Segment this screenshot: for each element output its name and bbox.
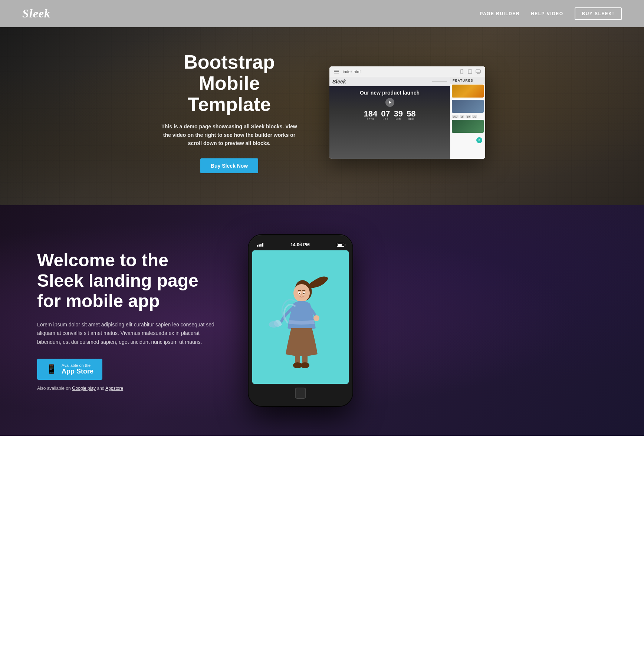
- sidebar-num-3: 19: [466, 115, 471, 118]
- sidebar-num-2: 08: [460, 115, 465, 118]
- phone-mockup: 14:06 PM: [249, 235, 352, 406]
- sidebar-item-2: [450, 99, 485, 114]
- hero-title: Bootstrap Mobile Template: [159, 52, 300, 115]
- battery-fill: [338, 244, 342, 246]
- timer-minutes-value: 39: [394, 110, 403, 118]
- appstore-link[interactable]: Appstore: [105, 386, 123, 391]
- svg-point-15: [303, 293, 305, 294]
- phone-signal-icon: [257, 243, 263, 247]
- nav-help-video[interactable]: HELP VIDEO: [531, 11, 563, 16]
- preview-nav-line: [432, 81, 447, 82]
- phone-icon: 📱: [46, 364, 57, 374]
- phone-screen: [252, 250, 349, 384]
- sidebar-close-button[interactable]: ×: [476, 137, 482, 143]
- browser-sidebar: FEATURES 100 08 19 10: [450, 77, 485, 159]
- browser-mockup: index.html: [329, 66, 485, 159]
- and-label: and: [97, 386, 105, 391]
- logo: Sleek: [22, 7, 50, 20]
- preview-header: Sleek: [329, 77, 450, 86]
- timer-minutes: 39 MIN: [394, 110, 403, 120]
- hero-section: Bootstrap Mobile Template This is a demo…: [0, 27, 644, 205]
- app-store-button[interactable]: 📱 Available on the App Store: [37, 359, 102, 380]
- preview-body: Our new product launch 184 DAYS: [329, 86, 450, 124]
- svg-point-20: [300, 362, 309, 368]
- timer-seconds-value: 58: [407, 110, 415, 118]
- desktop-view-icon[interactable]: [476, 70, 481, 73]
- app-section: Welcome to the Sleek landing page for mo…: [0, 205, 644, 436]
- svg-point-1: [461, 73, 462, 73]
- buy-sleek-now-button[interactable]: Buy Sleek Now: [200, 158, 258, 173]
- app-store-text: Available on the App Store: [62, 363, 93, 375]
- phone-bottom-bar: [252, 384, 349, 400]
- sidebar-thumb-3: [452, 120, 484, 133]
- app-description: Lorem ipsum dolor sit amet adipiscing el…: [37, 320, 215, 347]
- preview-play-button[interactable]: [385, 98, 394, 107]
- battery-outline: [337, 243, 344, 247]
- sidebar-item-1: [450, 84, 485, 99]
- sidebar-num-4: 10: [472, 115, 477, 118]
- mobile-view-icon[interactable]: [459, 70, 464, 73]
- hero-subtitle: This is a demo page showcasing all Sleek…: [159, 122, 300, 147]
- timer-days-value: 184: [364, 110, 377, 118]
- sidebar-header: FEATURES: [450, 77, 485, 84]
- nav-page-builder[interactable]: PAGE BUILDER: [480, 11, 520, 16]
- phone-camera: [299, 241, 302, 244]
- preview-countdown-timer: 184 DAYS 07 HRS 39 MIN: [333, 110, 446, 120]
- svg-point-3: [470, 73, 470, 73]
- preview-product-title: Our new product launch: [333, 90, 446, 96]
- timer-minutes-label: MIN: [394, 118, 403, 120]
- sidebar-thumb-1: [452, 85, 484, 98]
- svg-point-16: [313, 315, 319, 321]
- phone-battery-icon: [337, 243, 344, 247]
- svg-point-11: [293, 284, 310, 302]
- app-store-large-text: App Store: [62, 368, 93, 375]
- timer-hours: 07 HRS: [381, 110, 390, 120]
- sidebar-item-3: [450, 119, 485, 134]
- app-title: Welcome to the Sleek landing page for mo…: [37, 250, 215, 312]
- nav-links: PAGE BUILDER HELP VIDEO BUY SLEEK!: [480, 7, 622, 20]
- hero-content: Bootstrap Mobile Template This is a demo…: [0, 27, 644, 205]
- svg-point-14: [299, 293, 300, 294]
- timer-seconds: 58 SEC: [407, 110, 415, 120]
- phone-home-button[interactable]: [295, 388, 306, 399]
- google-play-link[interactable]: Google play: [72, 386, 96, 391]
- phone-container: 14:06 PM: [237, 235, 364, 406]
- browser-inner: Sleek Our new product launch 184: [329, 77, 485, 159]
- app-also-available: Also available on Google play and Appsto…: [37, 386, 215, 391]
- character-illustration: [263, 265, 338, 369]
- tablet-view-icon[interactable]: [467, 70, 473, 73]
- timer-hours-label: HRS: [381, 118, 390, 120]
- svg-marker-8: [389, 101, 391, 104]
- browser-bar: index.html: [329, 66, 485, 77]
- app-left: Welcome to the Sleek landing page for mo…: [37, 250, 215, 391]
- sidebar-thumb-2: [452, 100, 484, 113]
- also-available-label: Also available on: [37, 386, 72, 391]
- sidebar-numbers: 100 08 19 10: [450, 114, 485, 119]
- svg-rect-4: [476, 70, 480, 73]
- preview-logo: Sleek: [332, 79, 346, 85]
- timer-hours-value: 07: [381, 110, 390, 118]
- sidebar-num-1: 100: [452, 115, 459, 118]
- browser-device-icons: [459, 70, 481, 73]
- browser-preview: Sleek Our new product launch 184: [329, 77, 450, 159]
- hero-left: Bootstrap Mobile Template This is a demo…: [159, 52, 300, 174]
- nav-buy-sleek-button[interactable]: BUY SLEEK!: [575, 7, 622, 20]
- timer-days: 184 DAYS: [364, 110, 377, 120]
- navbar: Sleek PAGE BUILDER HELP VIDEO BUY SLEEK!: [0, 0, 644, 27]
- timer-seconds-label: SEC: [407, 118, 415, 120]
- browser-menu-icon[interactable]: [334, 70, 339, 73]
- app-store-small-text: Available on the: [62, 363, 93, 368]
- browser-url: index.html: [343, 69, 456, 74]
- timer-days-label: DAYS: [364, 118, 377, 120]
